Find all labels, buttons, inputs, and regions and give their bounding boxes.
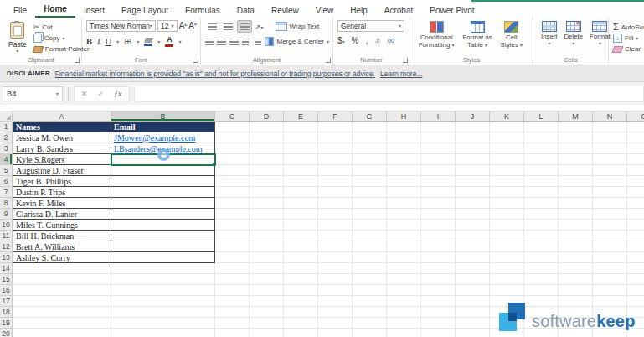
cell-G10[interactable] xyxy=(353,220,387,231)
align-right-button[interactable] xyxy=(229,36,239,47)
cell-F16[interactable] xyxy=(318,285,353,296)
col-header-K[interactable]: K xyxy=(490,111,524,122)
cell-D15[interactable] xyxy=(250,274,284,285)
align-top-button[interactable] xyxy=(205,21,219,32)
row-header-9[interactable]: 9 xyxy=(0,209,13,220)
cell-I15[interactable] xyxy=(421,274,456,285)
cell-D5[interactable] xyxy=(250,165,284,176)
learn-more-link[interactable]: Learn more... xyxy=(380,70,423,78)
merge-center-button[interactable]: Merge & Center xyxy=(276,38,323,45)
number-format-select[interactable]: General ▾ xyxy=(337,20,404,32)
cell-B15[interactable] xyxy=(111,274,215,285)
underline-button[interactable]: U xyxy=(106,37,112,46)
cut-button[interactable]: ✂ Cut xyxy=(33,22,90,33)
decrease-indent-button[interactable] xyxy=(241,36,250,47)
cell-D3[interactable] xyxy=(250,143,284,154)
cell-I9[interactable] xyxy=(421,209,456,220)
cell-A11[interactable]: Bill H. Brickman xyxy=(13,231,111,241)
percent-style-button[interactable]: % xyxy=(352,36,359,45)
increase-font-size-button[interactable]: A▴ xyxy=(179,22,188,30)
cell-L11[interactable] xyxy=(524,231,559,241)
cell-K4[interactable] xyxy=(490,154,524,165)
cell-M12[interactable] xyxy=(559,241,593,252)
cell-D18[interactable] xyxy=(250,307,284,318)
increase-indent-button[interactable] xyxy=(253,36,262,47)
cell-O9[interactable] xyxy=(627,209,644,220)
row-header-20[interactable]: 20 xyxy=(0,329,13,337)
cell-G4[interactable] xyxy=(353,154,387,165)
tab-power-pivot[interactable]: Power Pivot xyxy=(421,3,482,18)
col-header-G[interactable]: G xyxy=(353,111,387,122)
cell-J3[interactable] xyxy=(456,143,490,154)
cell-H14[interactable] xyxy=(387,263,421,274)
cell-D20[interactable] xyxy=(250,329,284,337)
cell-G16[interactable] xyxy=(353,285,387,296)
cell-O14[interactable] xyxy=(627,263,644,274)
cell-H18[interactable] xyxy=(387,307,421,318)
cell-F4[interactable] xyxy=(318,154,353,165)
cell-A7[interactable]: Dustin P. Trips xyxy=(13,187,111,198)
cell-F1[interactable] xyxy=(318,122,353,132)
cell-M11[interactable] xyxy=(559,231,593,241)
cell-N8[interactable] xyxy=(593,198,627,209)
cell-B19[interactable] xyxy=(111,318,215,329)
cell-E8[interactable] xyxy=(284,198,318,209)
cell-J13[interactable] xyxy=(456,252,490,263)
cell-J17[interactable] xyxy=(456,296,490,307)
cell-M6[interactable] xyxy=(559,176,593,187)
cell-E3[interactable] xyxy=(284,143,318,154)
clipboard-dialog-launcher-icon[interactable] xyxy=(75,58,80,63)
cell-K15[interactable] xyxy=(490,274,524,285)
italic-button[interactable]: I xyxy=(97,37,100,46)
cell-L13[interactable] xyxy=(524,252,559,263)
cell-J6[interactable] xyxy=(456,176,490,187)
cell-O6[interactable] xyxy=(627,176,644,187)
cell-I5[interactable] xyxy=(421,165,456,176)
cell-A8[interactable]: Kevin F. Miles xyxy=(13,198,111,209)
cell-L15[interactable] xyxy=(524,274,559,285)
comma-style-button[interactable]: , xyxy=(365,36,368,45)
select-all-corner[interactable] xyxy=(0,111,13,122)
cell-G11[interactable] xyxy=(353,231,387,241)
cell-L2[interactable] xyxy=(524,132,559,143)
cell-I18[interactable] xyxy=(421,307,456,318)
cell-B11[interactable] xyxy=(111,231,215,241)
row-header-16[interactable]: 16 xyxy=(0,285,13,296)
cell-D10[interactable] xyxy=(250,220,284,231)
cell-K5[interactable] xyxy=(490,165,524,176)
font-name-select[interactable]: Times New Roman ▾ xyxy=(86,20,156,32)
cell-M14[interactable] xyxy=(559,263,593,274)
cell-E10[interactable] xyxy=(284,220,318,231)
cell-C19[interactable] xyxy=(215,318,250,329)
cell-K8[interactable] xyxy=(490,198,524,209)
cell-I11[interactable] xyxy=(421,231,456,241)
cell-N12[interactable] xyxy=(593,241,627,252)
cell-C3[interactable] xyxy=(215,143,250,154)
cell-N2[interactable] xyxy=(593,132,627,143)
cell-H19[interactable] xyxy=(387,318,421,329)
cell-I7[interactable] xyxy=(421,187,456,198)
cell-E20[interactable] xyxy=(284,329,318,337)
col-header-H[interactable]: H xyxy=(387,111,421,122)
tab-acrobat[interactable]: Acrobat xyxy=(376,3,421,18)
cell-F12[interactable] xyxy=(318,241,353,252)
cell-D4[interactable] xyxy=(250,154,284,165)
row-header-1[interactable]: 1 xyxy=(0,122,13,132)
cell-G9[interactable] xyxy=(353,209,387,220)
cell-C18[interactable] xyxy=(215,307,250,318)
cell-H8[interactable] xyxy=(387,198,421,209)
cell-K12[interactable] xyxy=(490,241,524,252)
cell-B8[interactable] xyxy=(111,198,215,209)
cell-M13[interactable] xyxy=(559,252,593,263)
autosum-button[interactable]: Σ AutoSum ▾ xyxy=(613,22,644,33)
tab-page-layout[interactable]: Page Layout xyxy=(113,3,177,18)
cell-G3[interactable] xyxy=(353,143,387,154)
col-header-I[interactable]: I xyxy=(421,111,456,122)
cell-D8[interactable] xyxy=(250,198,284,209)
col-header-N[interactable]: N xyxy=(593,111,627,122)
cell-C8[interactable] xyxy=(215,198,250,209)
cell-A16[interactable] xyxy=(13,285,111,296)
cell-N5[interactable] xyxy=(593,165,627,176)
cell-D12[interactable] xyxy=(250,241,284,252)
cell-C14[interactable] xyxy=(215,263,250,274)
